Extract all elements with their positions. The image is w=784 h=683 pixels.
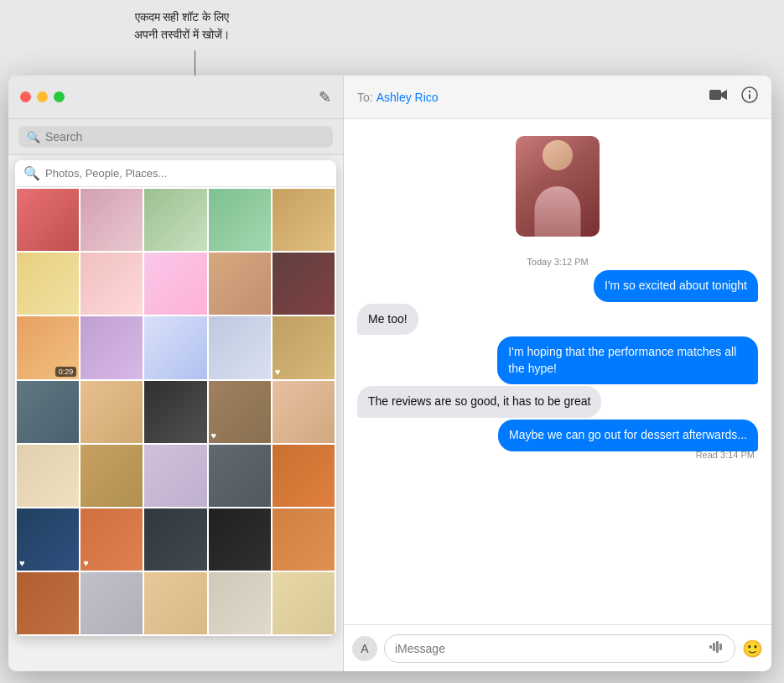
photo-thumb[interactable]: [273, 508, 335, 571]
svg-rect-4: [709, 645, 712, 649]
left-panel: ✎ 🔍 🔍 0:29♥♥♥♥: [8, 76, 344, 671]
received-bubble: The reviews are so good, it has to be gr…: [357, 386, 601, 418]
photos-search-icon: 🔍: [23, 165, 40, 181]
photo-thumb[interactable]: [144, 381, 206, 443]
profile-photo-area: [357, 136, 758, 237]
photo-thumb[interactable]: [17, 253, 79, 315]
photo-thumb[interactable]: [273, 445, 335, 507]
svg-point-2: [749, 91, 750, 92]
photo-thumb[interactable]: [144, 253, 206, 315]
compose-button[interactable]: ✎: [319, 88, 331, 107]
photo-thumb[interactable]: [144, 508, 206, 571]
photo-thumb[interactable]: ♥: [80, 508, 143, 571]
photo-thumb[interactable]: [144, 445, 206, 507]
message-row: Me too!: [357, 304, 758, 336]
photos-search-wrapper[interactable]: 🔍: [15, 160, 336, 187]
video-duration-badge: 0:29: [55, 367, 77, 377]
message-timestamp: Today 3:12 PM: [357, 257, 758, 267]
photo-thumb[interactable]: [17, 381, 79, 443]
photo-thumb[interactable]: [17, 445, 79, 507]
photo-thumb[interactable]: [144, 316, 206, 378]
photo-thumb[interactable]: [80, 381, 143, 443]
photo-thumb[interactable]: [209, 445, 271, 507]
photo-thumb[interactable]: ♥: [17, 508, 79, 571]
emoji-button[interactable]: 🙂: [742, 639, 763, 659]
chat-input-bar: A 🙂: [344, 624, 771, 671]
tooltip: एकदम सही शॉट के लिए अपनी तस्वीरों में खो…: [126, 0, 238, 52]
to-label: To:: [357, 91, 373, 104]
heart-badge: ♥: [83, 558, 89, 568]
svg-rect-7: [719, 644, 722, 650]
compose-icon: ✎: [319, 89, 331, 106]
app-store-icon: A: [361, 642, 368, 655]
maximize-button[interactable]: [54, 91, 65, 102]
message-input-wrapper: [384, 634, 735, 663]
right-panel: To: Ashley Rico: [344, 76, 771, 671]
tooltip-line1: एकदम सही शॉट के लिए: [135, 10, 230, 23]
svg-rect-6: [716, 641, 719, 653]
photo-thumb[interactable]: [17, 572, 79, 634]
emoji-icon: 🙂: [742, 639, 763, 658]
info-icon[interactable]: [741, 86, 758, 107]
close-button[interactable]: [20, 91, 31, 102]
photo-thumb[interactable]: [209, 189, 271, 251]
photo-thumb[interactable]: [80, 445, 143, 507]
search-icon: 🔍: [27, 131, 40, 143]
photo-thumb[interactable]: [273, 381, 335, 443]
chat-header: To: Ashley Rico: [344, 76, 771, 119]
photo-thumb[interactable]: [80, 189, 143, 251]
message-row: I'm hoping that the performance matches …: [357, 336, 758, 384]
photo-thumb[interactable]: [209, 253, 271, 315]
photos-popup: 🔍 0:29♥♥♥♥: [15, 160, 336, 636]
heart-badge: ♥: [275, 367, 281, 377]
header-actions: [709, 86, 758, 107]
title-bar: ✎: [8, 76, 343, 119]
heart-badge: ♥: [19, 558, 25, 568]
svg-rect-3: [749, 94, 750, 99]
photo-thumb[interactable]: [209, 316, 271, 378]
photo-thumb[interactable]: [144, 189, 206, 251]
chat-messages: Today 3:12 PMI'm so excited about tonigh…: [344, 119, 771, 624]
search-bar: 🔍: [8, 119, 343, 155]
sent-bubble: I'm hoping that the performance matches …: [497, 336, 758, 384]
photo-thumb[interactable]: [80, 572, 143, 634]
photo-thumb[interactable]: [209, 572, 271, 634]
profile-photo: [516, 136, 600, 237]
photos-grid: 0:29♥♥♥♥: [15, 187, 336, 636]
photo-thumb[interactable]: ♥: [273, 316, 335, 378]
window-controls: [20, 91, 65, 102]
contact-name[interactable]: Ashley Rico: [376, 91, 439, 104]
sent-bubble: I'm so excited about tonight: [594, 270, 758, 302]
message-row: Maybe we can go out for dessert afterwar…: [357, 420, 758, 451]
photo-thumb[interactable]: [144, 572, 206, 634]
main-window: ✎ 🔍 🔍 0:29♥♥♥♥ To: Ashley Rico: [8, 76, 771, 671]
svg-rect-0: [709, 90, 721, 100]
heart-badge: ♥: [211, 430, 217, 441]
photo-thumb[interactable]: [80, 316, 143, 378]
svg-rect-5: [713, 643, 715, 651]
message-input[interactable]: [395, 642, 703, 655]
photo-thumb[interactable]: ♥: [209, 381, 271, 443]
search-input[interactable]: [45, 130, 325, 143]
search-wrapper[interactable]: 🔍: [18, 126, 333, 148]
message-row: I'm so excited about tonight: [357, 270, 758, 302]
sent-bubble: Maybe we can go out for dessert afterwar…: [498, 420, 758, 451]
app-store-button[interactable]: A: [352, 636, 377, 661]
minimize-button[interactable]: [37, 91, 48, 102]
message-row: The reviews are so good, it has to be gr…: [357, 386, 758, 418]
tooltip-line2: अपनी तस्वीरों में खोजें।: [134, 28, 230, 41]
received-bubble: Me too!: [357, 304, 418, 336]
messages-container: Today 3:12 PMI'm so excited about tonigh…: [357, 253, 758, 460]
photo-thumb[interactable]: [273, 189, 335, 251]
photos-search-input[interactable]: [45, 167, 328, 180]
photo-thumb[interactable]: 0:29: [17, 316, 79, 378]
photo-thumb[interactable]: [17, 189, 79, 251]
video-call-icon[interactable]: [709, 88, 728, 106]
photo-thumb[interactable]: [273, 572, 335, 634]
photo-thumb[interactable]: [273, 253, 335, 315]
photo-thumb[interactable]: [209, 508, 271, 571]
photo-thumb[interactable]: [80, 253, 143, 315]
audio-icon[interactable]: [709, 640, 724, 657]
